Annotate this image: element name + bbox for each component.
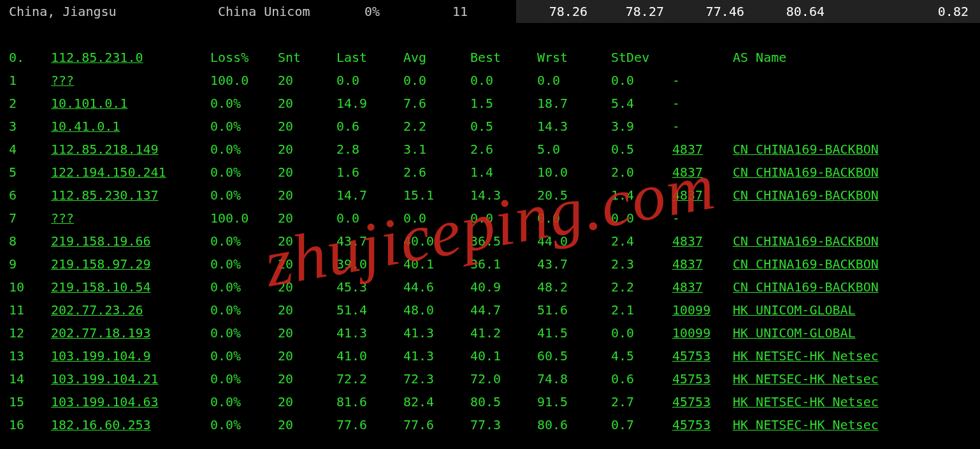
hop-host: 103.199.104.9: [51, 344, 210, 367]
hop-last: 51.4: [336, 298, 403, 321]
hop-last: 2.8: [336, 138, 403, 161]
hop-number: 1: [0, 69, 51, 92]
hop-list: 1???100.0200.00.00.00.00.0- 210.101.0.10…: [0, 69, 980, 436]
hop-stdev: 2.2: [611, 276, 672, 298]
hop-snt: 20: [278, 253, 336, 276]
hop-last: 41.0: [336, 344, 403, 367]
hop-best: 40.1: [470, 344, 537, 367]
hop-asn: 4837: [672, 138, 733, 161]
hop-avg: 15.1: [403, 184, 470, 207]
hop-best: 0.5: [470, 115, 537, 138]
hop-avg: 41.3: [403, 344, 470, 367]
hop-stdev: 2.7: [611, 390, 672, 413]
hop-row: 12202.77.18.1930.0%2041.341.341.241.50.0…: [0, 321, 980, 344]
hop-last: 0.0: [336, 207, 403, 230]
hop-asn: 4837: [672, 253, 733, 276]
header-wrst: Wrst: [537, 46, 611, 69]
hop-snt: 20: [278, 138, 336, 161]
hop-best: 0.0: [470, 69, 537, 92]
hop-loss: 100.0: [210, 69, 278, 92]
hop-snt: 20: [278, 184, 336, 207]
hop-avg: 48.0: [403, 298, 470, 321]
hop-loss: 0.0%: [210, 184, 278, 207]
hop-stdev: 0.0: [611, 321, 672, 344]
header-loss: Loss%: [210, 46, 278, 69]
hop-asn: 45753: [672, 367, 733, 390]
hop-asn: 45753: [672, 344, 733, 367]
hop-asn: -: [672, 207, 733, 230]
hop-best: 1.5: [470, 92, 537, 115]
hop-number: 2: [0, 92, 51, 115]
hop-avg: 0.0: [403, 69, 470, 92]
hop-asname: [733, 69, 980, 92]
hop-best: 44.7: [470, 298, 537, 321]
hop-snt: 20: [278, 367, 336, 390]
hop-row: 7???100.0200.00.00.00.00.0-: [0, 207, 980, 230]
hop-asn: -: [672, 69, 733, 92]
hop-stdev: 0.0: [611, 207, 672, 230]
hop-asn: 10099: [672, 321, 733, 344]
status-val3: 77.46: [675, 0, 756, 23]
hop-asn: 4837: [672, 230, 733, 253]
hop-host: 219.158.97.29: [51, 253, 210, 276]
hop-last: 1.6: [336, 161, 403, 184]
hop-loss: 100.0: [210, 207, 278, 230]
hop-host: 202.77.23.26: [51, 298, 210, 321]
hop-wrst: 10.0: [537, 161, 611, 184]
hop-asname: [733, 92, 980, 115]
hop-best: 0.0: [470, 207, 537, 230]
hop-snt: 20: [278, 344, 336, 367]
hop-row: 4112.85.218.1490.0%202.83.12.65.00.54837…: [0, 138, 980, 161]
hop-row: 16182.16.60.2530.0%2077.677.677.380.60.7…: [0, 413, 980, 436]
hop-last: 14.7: [336, 184, 403, 207]
hop-wrst: 5.0: [537, 138, 611, 161]
hop-avg: 3.1: [403, 138, 470, 161]
status-isp: China Unicom: [218, 0, 364, 23]
hop-loss: 0.0%: [210, 92, 278, 115]
hop-wrst: 41.5: [537, 321, 611, 344]
hop-asname: CN CHINA169-BACKBON: [733, 138, 980, 161]
hop-avg: 2.6: [403, 161, 470, 184]
hop-loss: 0.0%: [210, 138, 278, 161]
hop-avg: 40.1: [403, 253, 470, 276]
hop-host: 112.85.230.137: [51, 184, 210, 207]
hop-stdev: 3.9: [611, 115, 672, 138]
hop-stdev: 2.0: [611, 161, 672, 184]
hop-asname: HK NETSEC-HK Netsec: [733, 367, 980, 390]
hop-number: 6: [0, 184, 51, 207]
hop-number: 13: [0, 344, 51, 367]
hop-row: 14103.199.104.210.0%2072.272.372.074.80.…: [0, 367, 980, 390]
hop-asname: HK NETSEC-HK Netsec: [733, 413, 980, 436]
hop-asn: 4837: [672, 276, 733, 298]
hop-snt: 20: [278, 276, 336, 298]
hop-asname: HK UNICOM-GLOBAL: [733, 298, 980, 321]
hop-snt: 20: [278, 390, 336, 413]
hop-avg: 7.6: [403, 92, 470, 115]
hop-loss: 0.0%: [210, 230, 278, 253]
status-row: China, Jiangsu China Unicom 0% 11 78.26 …: [0, 0, 980, 23]
terminal: China, Jiangsu China Unicom 0% 11 78.26 …: [0, 0, 980, 436]
hop-last: 0.0: [336, 69, 403, 92]
hop-last: 72.2: [336, 367, 403, 390]
header-row: 0. 112.85.231.0 Loss% Snt Last Avg Best …: [0, 46, 980, 69]
hop-wrst: 0.0: [537, 69, 611, 92]
hop-snt: 20: [278, 92, 336, 115]
status-count: 11: [452, 0, 516, 23]
status-val2: 78.27: [599, 0, 675, 23]
hop-snt: 20: [278, 69, 336, 92]
hop-asname: HK NETSEC-HK Netsec: [733, 344, 980, 367]
hop-avg: 2.2: [403, 115, 470, 138]
hop-row: 10219.158.10.540.0%2045.344.640.948.22.2…: [0, 276, 980, 298]
hop-asn: -: [672, 115, 733, 138]
hop-avg: 0.0: [403, 207, 470, 230]
hop-asname: CN CHINA169-BACKBON: [733, 276, 980, 298]
hop-row: 210.101.0.10.0%2014.97.61.518.75.4-: [0, 92, 980, 115]
hop-wrst: 60.5: [537, 344, 611, 367]
hop-snt: 20: [278, 115, 336, 138]
hop-loss: 0.0%: [210, 253, 278, 276]
header-stdev: StDev: [611, 46, 672, 69]
hop-host: 103.199.104.21: [51, 367, 210, 390]
hop-host: 10.101.0.1: [51, 92, 210, 115]
hop-host: 202.77.18.193: [51, 321, 210, 344]
hop-best: 77.3: [470, 413, 537, 436]
